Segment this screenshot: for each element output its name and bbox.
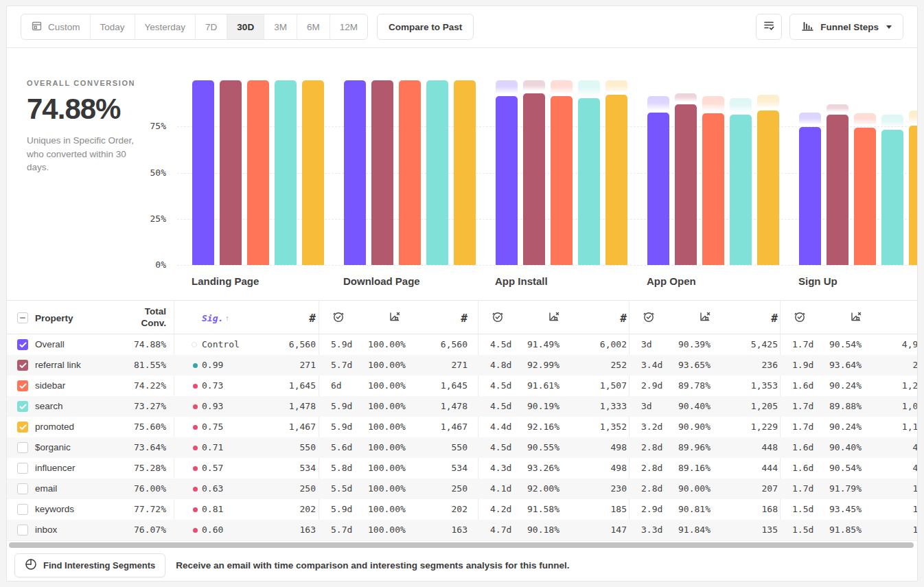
funnel-bar-Overall-Sign-Up[interactable] [799,127,821,265]
list-check-button[interactable] [756,14,782,40]
table-row-overall[interactable]: Overall74.88%Control6,5605.9d100.00%6,56… [7,334,917,355]
row-checkbox-email[interactable] [17,483,28,494]
sig-value: 0.57 [202,458,223,479]
row-checkbox-keywords[interactable] [17,504,28,515]
funnel-bar-Overall-App-Open[interactable] [647,113,669,265]
step-time-value: 1.5d [792,499,813,520]
time-to-convert-column-header-step2[interactable] [492,301,504,335]
row-checkbox-overall[interactable] [17,339,28,350]
funnel-bar-search-Landing-Page[interactable] [275,80,297,265]
step-time-value: 2.8d [641,437,662,458]
entry-count-value: 202 [233,499,316,520]
table-row-inbox[interactable]: inbox76.07%0.601635.7d100.00%1634.7d90.1… [7,520,917,540]
property-name: email [35,479,57,499]
property-name: influencer [35,458,76,479]
time-to-convert-column-header-step1[interactable] [332,301,345,335]
step-time-value: 5.9d [331,334,352,355]
funnel-bar-promoted-App-Install[interactable] [605,95,627,265]
table-row-$organic[interactable]: $organic73.64%0.715505.6d100.00%5504.5d9… [7,437,917,458]
step-time-value: 5.6d [331,437,352,458]
date-range-6m[interactable]: 6M [297,14,330,39]
table-row-influencer[interactable]: influencer75.28%0.575345.8d100.00%5344.3… [7,458,917,479]
date-range-custom[interactable]: Custom [21,14,91,39]
funnel-bar-Overall-Download-Page[interactable] [344,80,366,265]
step-time-value: 1.6d [792,437,813,458]
row-checkbox-promoted[interactable] [17,422,28,433]
conversion-rate-column-header-step2[interactable] [548,301,561,335]
step-count-value: 1,229 [695,417,778,437]
funnel-bar-promoted-Download-Page[interactable] [454,80,476,265]
date-range-today[interactable]: Today [91,14,135,39]
table-row-keywords[interactable]: keywords77.72%0.812025.9d100.00%2024.2d9… [7,499,917,520]
funnel-bar-search-App-Install[interactable] [578,98,600,265]
row-checkbox-referral-link[interactable] [17,360,28,371]
property-name: referral link [35,355,81,376]
funnel-bar-referral-link-App-Open[interactable] [675,104,697,265]
funnel-bar-sidebar-Download-Page[interactable] [399,80,421,265]
overall-conversion-value: 74.88% [27,93,143,126]
table-row-referral-link[interactable]: referral link81.55%0.992715.7d100.00%271… [7,355,917,376]
row-checkbox-inbox[interactable] [17,525,28,536]
step-time-value: 6d [331,376,342,396]
step-time-value: 5.9d [331,417,352,437]
conversion-rate-column-header-step3[interactable] [699,301,712,335]
step-count-value: 1,352 [544,417,627,437]
time-to-convert-column-header-step4[interactable] [794,301,806,335]
table-row-email[interactable]: email76.00%0.632505.5d100.00%2504.1d92.0… [7,479,917,499]
count-column-header-step3[interactable]: # [737,301,778,335]
funnel-bar-promoted-Sign-Up[interactable] [909,126,918,265]
row-checkbox-$organic[interactable] [17,442,28,453]
funnel-bar-promoted-Landing-Page[interactable] [302,80,324,265]
count-column-header-step4[interactable]: # [888,301,918,335]
overall-conversion-label: OVERALL CONVERSION [27,79,143,87]
date-range-yesterday[interactable]: Yesterday [135,14,196,39]
funnel-bar-sidebar-App-Open[interactable] [702,113,724,265]
funnel-bar-Overall-App-Install[interactable] [496,96,518,265]
compare-to-past-button[interactable]: Compare to Past [377,14,474,40]
property-name: inbox [35,520,57,540]
table-row-search[interactable]: search73.27%0.931,4785.9d100.00%1,4784.5… [7,396,917,417]
row-checkbox-influencer[interactable] [17,463,28,474]
select-all-checkbox[interactable] [17,312,28,323]
funnel-bar-referral-link-Landing-Page[interactable] [220,80,242,265]
entry-count-value: 534 [233,458,316,479]
funnel-bar-sidebar-Sign-Up[interactable] [854,128,876,265]
step-time-value: 1.6d [792,458,813,479]
time-to-convert-column-header-step3[interactable] [643,301,655,335]
row-checkbox-search[interactable] [17,401,28,412]
funnel-bar-Overall-Landing-Page[interactable] [192,80,214,265]
funnel-bar-promoted-App-Open[interactable] [757,111,779,265]
date-range-3m[interactable]: 3M [264,14,297,39]
total-conversion-value: 73.64% [110,437,166,458]
step-time-value: 5.7d [331,520,352,540]
step-count-value: 5,425 [695,334,778,355]
find-interesting-segments-button[interactable]: Find Interesting Segments [14,553,165,577]
horizontal-scrollbar-thumb[interactable] [9,542,914,548]
date-range-30d[interactable]: 30D [227,14,264,39]
funnel-bar-search-Download-Page[interactable] [426,80,448,265]
date-range-12m[interactable]: 12M [330,14,367,39]
entry-count-value: 163 [233,520,316,540]
row-checkbox-sidebar[interactable] [17,380,28,391]
funnel-bar-referral-link-Sign-Up[interactable] [827,115,848,265]
entry-count-column-header[interactable]: # [275,301,316,335]
date-range-7d[interactable]: 7D [196,14,227,39]
funnel-bar-search-Sign-Up[interactable] [881,130,903,265]
table-row-promoted[interactable]: promoted75.60%0.751,4675.9d100.00%1,4674… [7,417,917,437]
step-count-value: 1,205 [695,396,778,417]
table-row-sidebar[interactable]: sidebar74.22%0.731,6456d100.00%1,6454.5d… [7,376,917,396]
funnel-bar-sidebar-App-Install[interactable] [551,96,573,265]
step-time-value: 1.7d [792,396,813,417]
count-column-header-step1[interactable]: # [426,301,467,335]
chevron-down-icon [886,25,892,29]
count-column-header-step2[interactable]: # [586,301,627,335]
funnel-steps-dropdown[interactable]: Funnel Steps [789,14,903,40]
step-count-value: 498 [544,458,627,479]
funnel-bar-referral-link-App-Install[interactable] [523,93,545,265]
sig-column-header[interactable]: Sig.↑ [202,301,229,335]
conversion-rate-column-header-step4[interactable] [850,301,863,335]
funnel-bar-sidebar-Landing-Page[interactable] [247,80,269,265]
funnel-bar-search-App-Open[interactable] [730,115,752,265]
conversion-rate-column-header-step1[interactable] [389,301,402,335]
funnel-bar-referral-link-Download-Page[interactable] [371,80,393,265]
